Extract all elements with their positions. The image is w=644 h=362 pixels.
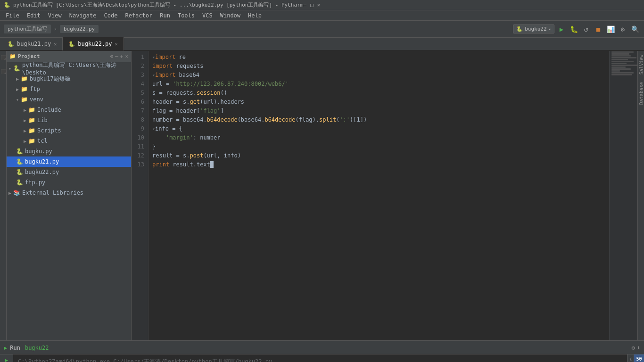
favorites-panel: Favorites (627, 354, 634, 362)
close-button[interactable]: ✕ (317, 2, 321, 8)
menu-code[interactable]: Code (100, 10, 122, 21)
code-editor[interactable]: 1 2 3 4 5 6 7 8 9 10 11 12 13 ▾import re… (132, 51, 637, 340)
project-expand-icon[interactable]: + (120, 53, 124, 59)
tree-item-include[interactable]: ▶ 📁 Include (7, 105, 131, 115)
run-panel: ▶ Run bugku22 ⚙ ⬇ ▶ ⬛ ⏸ ⬇ ≡ ↩ 🖨 🗑 C:\Pyt… (0, 340, 644, 362)
tree-label: Lib (37, 117, 48, 123)
tree-item-scripts[interactable]: ▶ 📁 Scripts (7, 125, 131, 136)
menu-window[interactable]: Window (216, 10, 244, 21)
project-collapse-icon[interactable]: ─ (115, 53, 118, 59)
file-icon-bugku21: 🐍 (16, 158, 23, 165)
menu-help[interactable]: Help (244, 10, 265, 21)
database-panel-label[interactable]: Database (638, 78, 644, 108)
salview-panel-label[interactable]: SalView (638, 51, 644, 78)
python-file-icon-active: 🐍 (68, 41, 75, 47)
right-panel: SalView Database (637, 51, 644, 340)
code-area: 1 2 3 4 5 6 7 8 9 10 11 12 13 ▾import re… (132, 51, 637, 340)
chevron-right-icon: ▶ (8, 190, 11, 196)
run-restart-icon[interactable]: ▶ (2, 356, 11, 362)
minimize-button[interactable]: ─ (303, 2, 306, 8)
tree-item-tcl[interactable]: ▶ 📁 tcl (7, 136, 131, 146)
tree-item-bugku21[interactable]: 🐍 bugku21.py (7, 156, 131, 167)
tree-label: External Libraries (22, 189, 83, 196)
chevron-down-icon: ▾ (16, 97, 19, 102)
run-command-line: C:\Python27amd64\python.exe C:/Users/王海涛… (18, 357, 622, 362)
structure-icon[interactable]: ⬛ (0, 51, 7, 65)
run-button[interactable]: ▶ (556, 24, 567, 34)
chevron-right-icon: ▶ (24, 128, 26, 133)
editor-tabbar: 🐍 bugku21.py ✕ 🐍 bugku22.py ✕ (0, 38, 644, 51)
menu-edit[interactable]: Edit (23, 10, 44, 21)
main-area: ⬛ ⬛ 📁 Project ⚙ ─ + ✕ ▾ 🐍 python工具编写 C:\… (0, 51, 644, 340)
tree-label: ftp.py (25, 179, 45, 186)
menu-tools[interactable]: Tools (174, 10, 198, 21)
file-icon-bugku22: 🐍 (16, 169, 23, 175)
menu-run[interactable]: Run (156, 10, 174, 21)
debug-button[interactable]: 🐛 (569, 24, 579, 34)
stop-button[interactable]: ■ (593, 24, 603, 34)
tree-item-external[interactable]: ▶ 📚 External Libraries (7, 188, 131, 198)
rerun-button[interactable]: ↺ (581, 24, 591, 34)
code-minimap (609, 51, 637, 340)
run-configuration-selector[interactable]: 🐍 bugku22 ▾ (513, 25, 554, 33)
tree-item-lib[interactable]: ▶ 📁 Lib (7, 115, 131, 125)
tree-label: bugku22.py (25, 169, 59, 175)
menu-vcs[interactable]: VCS (198, 10, 216, 21)
tree-item-ftp-folder[interactable]: ▶ 📁 ftp (7, 84, 131, 94)
tab-bugku21[interactable]: 🐍 bugku21.py ✕ (2, 37, 63, 50)
folder-icon-bugku17: 📁 (21, 75, 28, 82)
titlebar: 🐍 python工具编写 [C:\Users\王海涛\Desktop\pytho… (0, 0, 644, 10)
tree-item-bugku22[interactable]: 🐍 bugku22.py (7, 167, 131, 177)
run-output: C:\Python27amd64\python.exe C:/Users/王海涛… (13, 354, 627, 362)
run-header-icon: ▶ (4, 345, 7, 351)
coverage-button[interactable]: 📊 (605, 24, 616, 34)
tab-close-icon[interactable]: ✕ (54, 41, 57, 47)
project-icon[interactable]: ⬛ (0, 65, 7, 79)
menubar: File Edit View Navigate Code Refactor Ru… (0, 10, 644, 21)
tree-root[interactable]: ▾ 🐍 python工具编写 C:\Users\王海涛\Deskto (7, 63, 131, 74)
notification-badge: 50 (634, 354, 644, 362)
search-everywhere-button[interactable]: 🔍 (630, 24, 640, 34)
tree-label: bugku17题爆破 (30, 75, 71, 83)
tree-label: venv (30, 96, 43, 103)
folder-icon: 📁 (9, 53, 16, 59)
folder-icon-scripts: 📁 (28, 127, 35, 134)
folder-icon-venv: 📁 (21, 96, 28, 103)
menu-refactor[interactable]: Refactor (121, 10, 156, 21)
tree-item-ftp-py[interactable]: 🐍 ftp.py (7, 177, 131, 188)
project-panel: 📁 Project ⚙ ─ + ✕ ▾ 🐍 python工具编写 C:\User… (7, 51, 132, 340)
tab-close-active-icon[interactable]: ✕ (115, 41, 118, 47)
chevron-right-icon: ▶ (16, 87, 19, 92)
tree-label-include: Include (37, 107, 61, 113)
project-tree: ▾ 🐍 python工具编写 C:\Users\王海涛\Deskto ▶ 📁 b… (7, 62, 131, 340)
restore-button[interactable]: □ (310, 2, 314, 8)
project-close-icon[interactable]: ✕ (125, 53, 128, 59)
chevron-down-icon: ▾ (8, 66, 11, 71)
chevron-right-icon: ▶ (16, 76, 19, 82)
project-settings-icon[interactable]: ⚙ (110, 53, 114, 59)
badge-count: 50 (636, 356, 642, 362)
run-download-icon[interactable]: ⬇ (637, 345, 640, 351)
tree-item-bugku[interactable]: 🐍 bugku.py (7, 146, 131, 156)
run-content: ▶ ⬛ ⏸ ⬇ ≡ ↩ 🖨 🗑 C:\Python27amd64\python.… (0, 354, 644, 362)
file-icon-bugku: 🐍 (16, 148, 23, 155)
external-icon: 📚 (13, 189, 20, 196)
tab-label: bugku21.py (17, 41, 51, 47)
favorites-label[interactable]: Favorites (628, 356, 633, 362)
chevron-right-icon: ▶ (24, 139, 26, 144)
menu-view[interactable]: View (44, 10, 66, 21)
tab-bugku22[interactable]: 🐍 bugku22.py ✕ (63, 37, 124, 50)
menu-file[interactable]: File (2, 10, 23, 21)
code-content[interactable]: ▾import re import requests ▾import base6… (149, 51, 609, 340)
line-numbers: 1 2 3 4 5 6 7 8 9 10 11 12 13 (132, 51, 149, 340)
menu-navigate[interactable]: Navigate (66, 10, 100, 21)
folder-icon-include: 📁 (28, 107, 35, 113)
tab-label-active: bugku22.py (78, 41, 112, 47)
python-file-icon: 🐍 (8, 41, 14, 47)
run-label: Run (10, 345, 20, 351)
settings-button[interactable]: ⚙ (618, 24, 628, 34)
tree-item-venv[interactable]: ▾ 📁 venv (7, 94, 131, 105)
chevron-right-icon: ▶ (24, 107, 26, 113)
tree-label: bugku21.py (25, 158, 59, 165)
run-settings-icon[interactable]: ⚙ (632, 345, 635, 351)
